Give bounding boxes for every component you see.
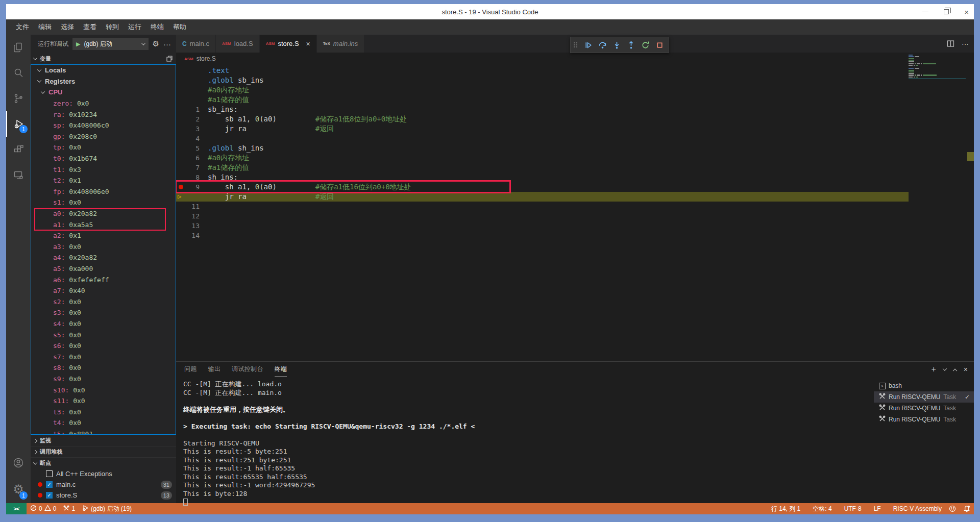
run-and-debug-icon[interactable]: 1 <box>6 111 31 137</box>
remote-explorer-icon[interactable] <box>6 162 31 188</box>
step-into-button[interactable] <box>610 39 623 51</box>
bell-icon[interactable] <box>960 503 974 514</box>
drag-handle-icon[interactable] <box>574 42 578 47</box>
code-line-4[interactable]: 4 #a1储存的值 <box>176 95 974 105</box>
register-row[interactable]: t4: 0x0 <box>31 417 176 429</box>
variables-tree[interactable]: LocalsRegistersCPUzero: 0x0ra: 0x10234sp… <box>31 64 176 435</box>
code-line-3[interactable]: 3 #a0内存地址 <box>176 85 974 95</box>
register-row[interactable]: s7: 0x0 <box>31 351 176 362</box>
register-row[interactable]: s9: 0x0 <box>31 374 176 385</box>
register-row[interactable]: t2: 0x1 <box>31 175 176 186</box>
tasks-status[interactable]: 1 <box>60 503 79 514</box>
register-row[interactable]: s2: 0x0 <box>31 296 176 307</box>
source-control-icon[interactable] <box>6 86 31 111</box>
checkbox-unchecked-icon[interactable] <box>46 470 53 477</box>
register-row[interactable]: t3: 0x0 <box>31 406 176 417</box>
panel-tab-问题[interactable]: 问题 <box>184 362 197 377</box>
register-row[interactable]: t5: 0x8801 <box>31 429 176 435</box>
register-row[interactable]: t1: 0x3 <box>31 164 176 175</box>
tab-store.S[interactable]: ASM store.S × <box>260 35 317 53</box>
code-line-6[interactable]: 6 sb a1, 0(a0) #储存a1低8位到a0+0地址处 <box>176 114 974 124</box>
code-line-7[interactable]: 7 jr ra #返回 <box>176 124 974 134</box>
split-editor-icon[interactable] <box>947 40 954 47</box>
explorer-icon[interactable] <box>6 35 31 60</box>
register-row[interactable]: a0: 0x20a82 <box>31 208 176 219</box>
code-line-11[interactable]: 11 #a1储存的值 <box>176 163 974 172</box>
checkbox-checked-icon[interactable]: ✓ <box>46 492 53 499</box>
code-line-9[interactable]: 9 .globl sh_ins <box>176 143 974 153</box>
register-row[interactable]: a5: 0xa000 <box>31 263 176 275</box>
breakpoint-dot-icon[interactable] <box>179 185 183 189</box>
register-row[interactable]: a1: 0xa5a5 <box>31 219 176 230</box>
tab-main.ins[interactable]: TeX main.ins <box>317 35 365 53</box>
register-row[interactable]: s6: 0x0 <box>31 340 176 352</box>
code-line-5[interactable]: 5 sb_ins: <box>176 105 974 114</box>
problems-status[interactable]: 0 0 <box>27 503 60 514</box>
code-line-13[interactable]: 13 sh a1, 0(a0) #储存a1低16位到a0+0地址处 <box>176 182 974 192</box>
code-line-2[interactable]: 2 .globl sb_ins <box>176 76 974 85</box>
terminal-list-item[interactable]: Run RISCV-QEMU Task <box>874 414 974 425</box>
editor-more-actions-icon[interactable]: ··· <box>962 40 969 48</box>
call-stack-section-header[interactable]: 调用堆栈 <box>31 446 176 457</box>
restore-icon[interactable] <box>944 9 949 14</box>
stop-button[interactable] <box>653 39 666 51</box>
close-tab-icon[interactable]: × <box>306 40 310 48</box>
new-terminal-icon[interactable]: + <box>931 365 936 374</box>
panel-tab-终端[interactable]: 终端 <box>275 362 287 377</box>
minimize-icon[interactable] <box>922 12 928 12</box>
tree-item-locals[interactable]: Locals <box>31 65 176 76</box>
breadcrumb[interactable]: ASM store.S <box>176 53 974 65</box>
open-panel-icon[interactable] <box>166 55 173 62</box>
code-line-1[interactable]: 1 .text <box>176 66 974 76</box>
register-row[interactable]: s10: 0x0 <box>31 384 176 395</box>
tree-item-registers[interactable]: Registers <box>31 76 176 87</box>
terminal-dropdown-icon[interactable] <box>943 366 947 370</box>
extensions-icon[interactable] <box>6 137 31 162</box>
tab-load.S[interactable]: ASM load.S <box>216 35 260 53</box>
menu-item[interactable]: 选择 <box>56 21 79 33</box>
more-actions-icon[interactable]: ··· <box>163 40 171 48</box>
code-editor[interactable]: ASM store.S 1 .text 2 .globl sb_ins 3 #a… <box>176 53 974 361</box>
minimap[interactable] <box>909 55 966 79</box>
register-row[interactable]: ra: 0x10234 <box>31 109 176 120</box>
terminal-list-item[interactable]: Run RISCV-QEMU Task <box>874 403 974 414</box>
breakpoints-section-header[interactable]: 断点 <box>31 457 176 468</box>
continue-button[interactable] <box>582 39 594 51</box>
cursor-position[interactable]: 行 14, 列 1 <box>768 503 804 514</box>
code-line-8[interactable]: 8 <box>176 134 974 143</box>
encoding[interactable]: UTF-8 <box>841 503 865 514</box>
code-line-10[interactable]: 10 #a0内存地址 <box>176 153 974 163</box>
step-over-button[interactable] <box>596 39 608 51</box>
register-row[interactable]: a7: 0x40 <box>31 285 176 296</box>
settings-gear-icon[interactable]: ⚙ 1 <box>6 476 31 503</box>
tab-main.c[interactable]: C main.c <box>176 35 216 53</box>
register-row[interactable]: t0: 0x1b674 <box>31 153 176 164</box>
feedback-smiley-icon[interactable] <box>945 503 960 514</box>
menu-item[interactable]: 编辑 <box>34 21 56 33</box>
language-mode[interactable]: RISC-V Assembly <box>890 503 945 514</box>
register-row[interactable]: a2: 0x1 <box>31 230 176 241</box>
menu-item[interactable]: 运行 <box>124 21 146 33</box>
terminal-list-item[interactable]: > bash <box>874 380 974 391</box>
register-row[interactable]: a6: 0xfefefeff <box>31 274 176 285</box>
code-line-14[interactable]: ▷ 14 jr ra #返回 <box>176 192 974 202</box>
search-icon[interactable] <box>6 60 31 86</box>
panel-tab-输出[interactable]: 输出 <box>208 362 221 377</box>
tree-item-cpu[interactable]: CPU <box>31 87 176 98</box>
menu-item[interactable]: 转到 <box>101 21 124 33</box>
close-icon[interactable]: × <box>964 8 969 16</box>
restart-button[interactable] <box>639 39 651 51</box>
register-row[interactable]: zero: 0x0 <box>31 98 176 109</box>
eol[interactable]: LF <box>870 503 885 514</box>
menu-item[interactable]: 查看 <box>79 21 101 33</box>
register-row[interactable]: a3: 0x0 <box>31 241 176 253</box>
register-row[interactable]: s3: 0x0 <box>31 307 176 318</box>
menu-item[interactable]: 帮助 <box>168 21 191 33</box>
register-row[interactable]: s1: 0x0 <box>31 197 176 208</box>
register-row[interactable]: sp: 0x408006c0 <box>31 120 176 131</box>
terminal-list-item[interactable]: Run RISCV-QEMU Task ✓ <box>874 391 974 403</box>
exceptions-breakpoint-row[interactable]: All C++ Exceptions <box>31 468 176 479</box>
register-row[interactable]: s5: 0x0 <box>31 329 176 340</box>
remote-indicator[interactable]: >< <box>6 503 27 514</box>
checkbox-checked-icon[interactable]: ✓ <box>46 481 53 488</box>
